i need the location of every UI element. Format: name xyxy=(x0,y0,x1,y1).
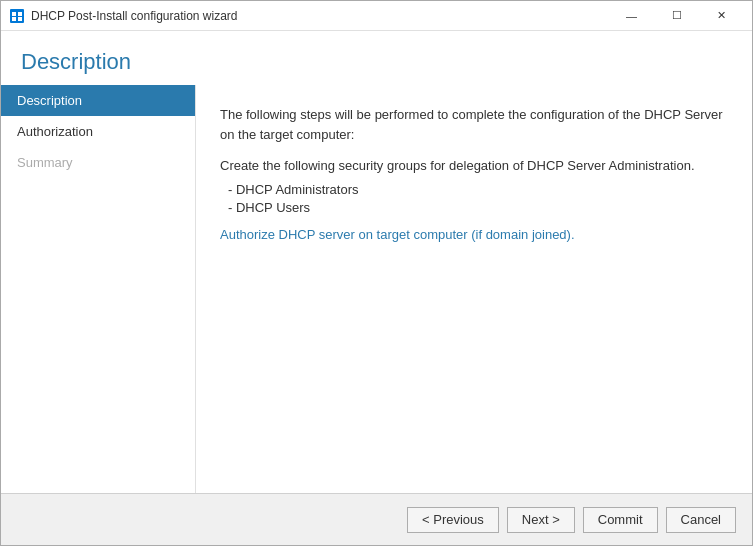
svg-rect-4 xyxy=(18,17,22,21)
list-item-admins: - DHCP Administrators xyxy=(220,182,728,197)
app-icon xyxy=(9,8,25,24)
content-area: Description Description Authorization Su… xyxy=(1,31,752,493)
create-groups-text: Create the following security groups for… xyxy=(220,156,728,176)
page-title: Description xyxy=(1,31,752,85)
main-content-panel: The following steps will be performed to… xyxy=(196,85,752,493)
sidebar-item-description[interactable]: Description xyxy=(1,85,195,116)
main-window: DHCP Post-Install configuration wizard —… xyxy=(0,0,753,546)
close-button[interactable]: ✕ xyxy=(699,1,744,31)
previous-button[interactable]: < Previous xyxy=(407,507,499,533)
footer: < Previous Next > Commit Cancel xyxy=(1,493,752,545)
title-bar: DHCP Post-Install configuration wizard —… xyxy=(1,1,752,31)
cancel-button[interactable]: Cancel xyxy=(666,507,736,533)
main-body: Description Authorization Summary The fo… xyxy=(1,85,752,493)
window-controls: — ☐ ✕ xyxy=(609,1,744,31)
sidebar-item-authorization[interactable]: Authorization xyxy=(1,116,195,147)
authorize-text: Authorize DHCP server on target computer… xyxy=(220,227,728,242)
svg-rect-1 xyxy=(12,12,16,16)
sidebar: Description Authorization Summary xyxy=(1,85,196,493)
svg-rect-3 xyxy=(12,17,16,21)
next-button[interactable]: Next > xyxy=(507,507,575,533)
svg-rect-2 xyxy=(18,12,22,16)
maximize-button[interactable]: ☐ xyxy=(654,1,699,31)
minimize-button[interactable]: — xyxy=(609,1,654,31)
sidebar-item-summary: Summary xyxy=(1,147,195,178)
intro-text: The following steps will be performed to… xyxy=(220,105,728,144)
commit-button[interactable]: Commit xyxy=(583,507,658,533)
list-item-users: - DHCP Users xyxy=(220,200,728,215)
window-title: DHCP Post-Install configuration wizard xyxy=(31,9,609,23)
